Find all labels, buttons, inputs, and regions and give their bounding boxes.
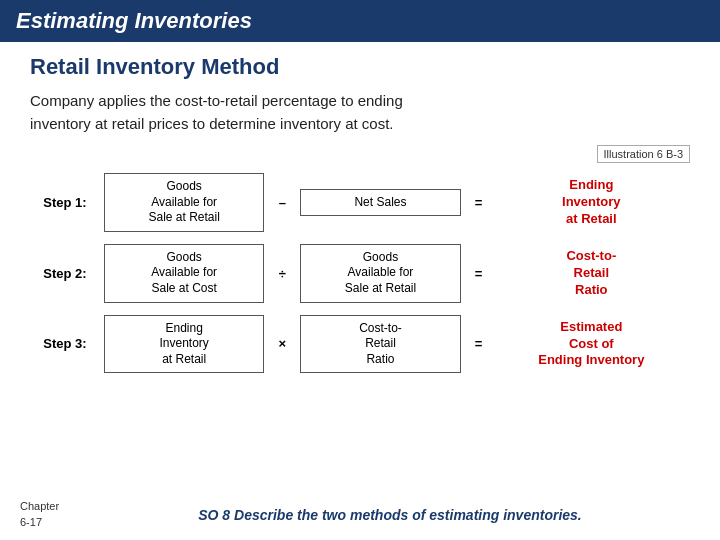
step3-equals: = (465, 309, 493, 380)
step2-operator: ÷ (268, 238, 296, 309)
step-2-row: Step 2: Goods Available for Sale at Cost… (30, 238, 690, 309)
step-3-row: Step 3: Ending Inventory at Retail × Cos… (30, 309, 690, 380)
step3-operand1: Ending Inventory at Retail (100, 309, 268, 380)
description-line1: Company applies the cost-to-retail perce… (30, 92, 403, 109)
step1-operand1: Goods Available for Sale at Retail (100, 167, 268, 238)
footer: Chapter 6-17 SO 8 Describe the two metho… (0, 499, 720, 530)
chapter-label: Chapter (20, 499, 80, 514)
steps-table: Step 1: Goods Available for Sale at Reta… (30, 167, 690, 379)
step1-operand2: Net Sales (296, 167, 464, 238)
illustration-label: Illustration 6 B-3 (597, 145, 690, 163)
chapter-number: 6-17 (20, 515, 80, 530)
header-bar: Estimating Inventories (0, 0, 720, 42)
step-1-row: Step 1: Goods Available for Sale at Reta… (30, 167, 690, 238)
step1-result: Ending Inventory at Retail (493, 167, 690, 238)
chapter-info: Chapter 6-17 (20, 499, 80, 530)
step3-operator: × (268, 309, 296, 380)
page-title: Estimating Inventories (16, 8, 704, 34)
footer-so-text: SO 8 Describe the two methods of estimat… (80, 507, 700, 523)
step1-equals: = (465, 167, 493, 238)
subtitle: Retail Inventory Method (30, 54, 690, 80)
description-line2: inventory at retail prices to determine … (30, 115, 394, 132)
main-content: Retail Inventory Method Company applies … (0, 54, 720, 379)
step2-operand1: Goods Available for Sale at Cost (100, 238, 268, 309)
step2-operand2: Goods Available for Sale at Retail (296, 238, 464, 309)
steps-container: Step 1: Goods Available for Sale at Reta… (30, 167, 690, 379)
description: Company applies the cost-to-retail perce… (30, 90, 690, 135)
step3-result: Estimated Cost of Ending Inventory (493, 309, 690, 380)
step1-label: Step 1: (30, 167, 100, 238)
step2-result: Cost-to- Retail Ratio (493, 238, 690, 309)
step1-operator: – (268, 167, 296, 238)
step2-label: Step 2: (30, 238, 100, 309)
step3-operand2: Cost-to- Retail Ratio (296, 309, 464, 380)
step2-equals: = (465, 238, 493, 309)
step3-label: Step 3: (30, 309, 100, 380)
